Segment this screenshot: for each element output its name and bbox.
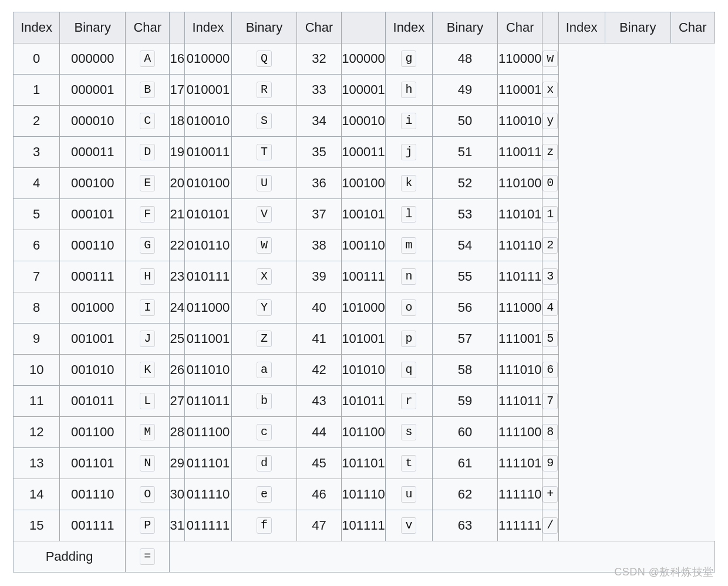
index-cell: 47 <box>297 510 341 541</box>
index-cell: 45 <box>297 448 341 479</box>
char-value: P <box>140 517 155 534</box>
index-cell: 18 <box>170 106 185 137</box>
binary-cell: 110001 <box>498 75 542 106</box>
index-cell: 38 <box>297 230 341 261</box>
binary-cell: 100001 <box>341 75 386 106</box>
index-cell: 40 <box>297 292 341 324</box>
binary-cell: 000011 <box>60 137 126 168</box>
header-index: Index <box>386 12 432 43</box>
index-cell: 26 <box>170 355 185 386</box>
base64-table: Index Binary Char Index Binary Char Inde… <box>13 12 715 572</box>
char-value: W <box>257 237 272 254</box>
index-cell: 53 <box>432 199 498 230</box>
header-char: Char <box>297 12 341 43</box>
binary-cell: 110110 <box>498 230 542 261</box>
char-cell: D <box>126 137 170 168</box>
char-cell: 7 <box>542 386 558 417</box>
index-cell: 21 <box>170 199 185 230</box>
index-cell: 62 <box>432 479 498 510</box>
char-value: h <box>401 82 416 98</box>
binary-cell: 110000 <box>498 43 542 75</box>
binary-cell: 100011 <box>341 137 386 168</box>
char-cell: l <box>386 199 432 230</box>
index-cell: 27 <box>170 386 185 417</box>
index-cell: 54 <box>432 230 498 261</box>
index-cell: 61 <box>432 448 498 479</box>
binary-cell: 101111 <box>341 510 386 541</box>
binary-cell: 111111 <box>498 510 542 541</box>
header-index: Index <box>558 12 605 43</box>
table-row: 9001001J25011001Z41101001p571110015 <box>14 324 715 355</box>
index-cell: 58 <box>432 355 498 386</box>
table-row: 2000010C18010010S34100010i50110010y <box>14 106 715 137</box>
char-cell: h <box>386 75 432 106</box>
index-cell: 17 <box>170 75 185 106</box>
char-cell: 8 <box>542 417 558 448</box>
char-value: x <box>542 82 558 98</box>
char-cell: w <box>542 43 558 75</box>
table-row: 6000110G22010110W38100110m541101102 <box>14 230 715 261</box>
table-row: 4000100E20010100U36100100k521101000 <box>14 168 715 199</box>
index-cell: 48 <box>432 43 498 75</box>
binary-cell: 011000 <box>185 292 231 324</box>
char-cell: 2 <box>542 230 558 261</box>
header-binary: Binary <box>605 12 670 43</box>
table-row: 0000000A16010000Q32100000g48110000w <box>14 43 715 75</box>
table-row: 13001101N29011101d45101101t611111019 <box>14 448 715 479</box>
char-value: V <box>257 206 272 223</box>
binary-cell: 000001 <box>60 75 126 106</box>
column-spacer <box>170 12 185 43</box>
binary-cell: 101000 <box>341 292 386 324</box>
header-char: Char <box>670 12 714 43</box>
char-value: L <box>140 393 155 409</box>
char-value: 5 <box>542 331 558 347</box>
char-cell: W <box>231 230 297 261</box>
binary-cell: 111000 <box>498 292 542 324</box>
char-value: y <box>542 113 558 129</box>
char-value: Y <box>257 299 272 316</box>
char-value: w <box>542 50 558 67</box>
index-cell: 28 <box>170 417 185 448</box>
char-value: S <box>257 113 272 129</box>
binary-cell: 101110 <box>341 479 386 510</box>
index-cell: 23 <box>170 261 185 292</box>
binary-cell: 111011 <box>498 386 542 417</box>
char-value: o <box>401 299 416 316</box>
index-cell: 49 <box>432 75 498 106</box>
binary-cell: 100110 <box>341 230 386 261</box>
binary-cell: 100100 <box>341 168 386 199</box>
index-cell: 19 <box>170 137 185 168</box>
char-cell: R <box>231 75 297 106</box>
char-value: A <box>140 50 155 67</box>
binary-cell: 110011 <box>498 137 542 168</box>
char-value: H <box>140 268 155 285</box>
char-cell: L <box>126 386 170 417</box>
binary-cell: 111101 <box>498 448 542 479</box>
char-cell: t <box>386 448 432 479</box>
index-cell: 11 <box>14 386 60 417</box>
char-cell: J <box>126 324 170 355</box>
char-cell: K <box>126 355 170 386</box>
char-value: 6 <box>542 362 558 378</box>
index-cell: 25 <box>170 324 185 355</box>
char-cell: Z <box>231 324 297 355</box>
index-cell: 9 <box>14 324 60 355</box>
binary-cell: 000111 <box>60 261 126 292</box>
table-row: 8001000I24011000Y40101000o561110004 <box>14 292 715 324</box>
index-cell: 60 <box>432 417 498 448</box>
binary-cell: 011010 <box>185 355 231 386</box>
padding-row: Padding = <box>14 541 715 572</box>
char-value: 9 <box>542 455 558 472</box>
char-value: C <box>140 113 155 129</box>
char-value: j <box>401 144 416 160</box>
char-cell: o <box>386 292 432 324</box>
char-cell: c <box>231 417 297 448</box>
binary-cell: 001000 <box>60 292 126 324</box>
char-value: G <box>140 237 155 254</box>
char-cell: E <box>126 168 170 199</box>
binary-cell: 101011 <box>341 386 386 417</box>
binary-cell: 010100 <box>185 168 231 199</box>
char-cell: s <box>386 417 432 448</box>
table-header: Index Binary Char Index Binary Char Inde… <box>14 12 715 43</box>
char-cell: U <box>231 168 297 199</box>
